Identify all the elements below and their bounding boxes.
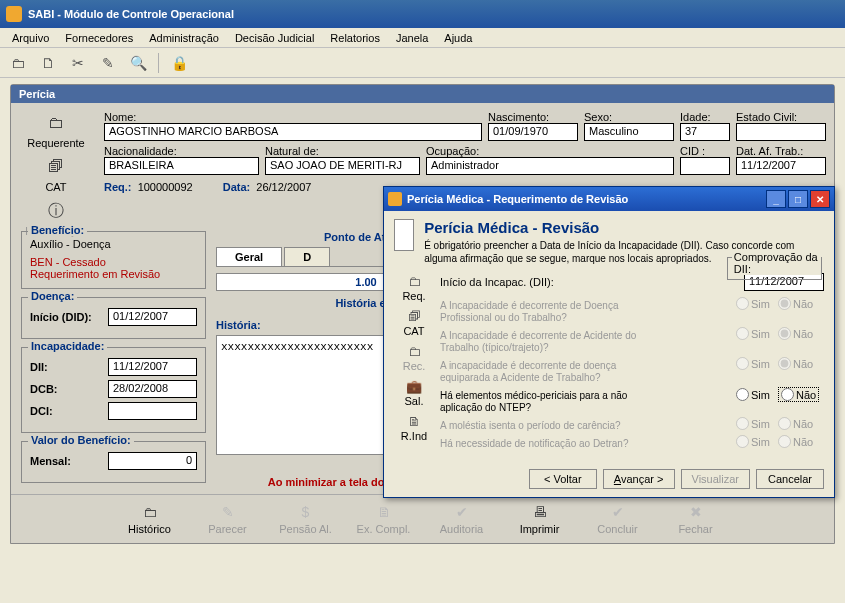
modal-heading: Perícia Médica - Revisão <box>424 219 824 236</box>
dci-field[interactable] <box>108 402 197 420</box>
menu-fornecedores[interactable]: Fornecedores <box>57 30 141 46</box>
maximize-button[interactable]: □ <box>788 190 808 208</box>
folder-icon: 🗀 <box>44 111 68 135</box>
app-icon <box>6 6 22 22</box>
ocupacao-field: Administrador <box>426 157 674 175</box>
menubar: Arquivo Fornecedores Administração Decis… <box>0 28 845 48</box>
toolbar: 🗀 🗋 ✂ ✎ 🔍 🔒 <box>0 48 845 78</box>
app-title: SABI - Módulo de Controle Operacional <box>28 8 234 20</box>
nome-field: AGOSTINHO MARCIO BARBOSA <box>104 123 482 141</box>
revisao-modal: Perícia Médica - Requerimento de Revisão… <box>383 186 835 498</box>
naturalde-field: SAO JOAO DE MERITI-RJ <box>265 157 420 175</box>
msb-cat[interactable]: 🗊CAT <box>394 308 434 337</box>
q2-sim: Sim <box>736 327 770 340</box>
dcb-field[interactable]: 28/02/2008 <box>108 380 197 398</box>
tool-cut-icon[interactable]: ✂ <box>68 53 88 73</box>
ft-imprimir[interactable]: 🖶Imprimir <box>511 503 569 535</box>
id-icon: ⓘ <box>44 199 68 223</box>
parecer-icon: ✎ <box>218 503 238 521</box>
mensal-field[interactable]: 0 <box>108 452 197 470</box>
menu-decisao[interactable]: Decisão Judicial <box>227 30 322 46</box>
menu-arquivo[interactable]: Arquivo <box>4 30 57 46</box>
q5-sim: Sim <box>736 417 770 430</box>
dii-field[interactable]: 11/12/2007 <box>108 358 197 376</box>
person-fields: Nome:AGOSTINHO MARCIO BARBOSA Nascimento… <box>104 111 826 175</box>
q4-nao[interactable]: Não <box>778 387 819 402</box>
sal-icon: 💼 <box>405 378 423 394</box>
ft-fechar: ✖Fechar <box>667 503 725 535</box>
tool-find-icon[interactable]: 🔍 <box>128 53 148 73</box>
req-date: 26/12/2007 <box>256 181 311 193</box>
ft-pensao: $Pensão Al. <box>277 503 335 535</box>
pensao-icon: $ <box>296 503 316 521</box>
modal-titlebar[interactable]: Perícia Médica - Requerimento de Revisão… <box>384 187 834 211</box>
menu-ajuda[interactable]: Ajuda <box>436 30 480 46</box>
msb-rec: 🗀Rec. <box>394 343 434 372</box>
q6-nao: Não <box>778 435 813 448</box>
sidebar-requerente[interactable]: 🗀 Requerente <box>21 111 91 149</box>
modal-header-icon <box>394 219 414 251</box>
incapacidade-box: Incapacidade: DII:11/12/2007 DCB:28/02/2… <box>21 347 206 433</box>
beneficio-status2: Requerimento em Revisão <box>30 268 197 280</box>
q3-nao: Não <box>778 357 813 370</box>
estadocivil-field <box>736 123 826 141</box>
voltar-button[interactable]: < Voltar <box>529 469 597 489</box>
menu-relatorios[interactable]: Relatorios <box>322 30 388 46</box>
tool-new-icon[interactable]: 🗋 <box>38 53 58 73</box>
avancar-button[interactable]: Avançar > <box>603 469 675 489</box>
doenca-box: Doença: Início (DID):01/12/2007 <box>21 297 206 339</box>
dataftrab-field: 11/12/2007 <box>736 157 826 175</box>
cancelar-button[interactable]: Cancelar <box>756 469 824 489</box>
beneficio-box: Benefício: Auxílio - Doença BEN - Cessad… <box>21 231 206 289</box>
tab-d[interactable]: D <box>284 247 330 266</box>
sidebar-cat[interactable]: 🗊 CAT <box>21 155 91 193</box>
q2-nao: Não <box>778 327 813 340</box>
q1-nao: Não <box>778 297 813 310</box>
tool-wand-icon[interactable]: ✎ <box>98 53 118 73</box>
rec-icon: 🗀 <box>405 343 423 359</box>
close-button[interactable]: ✕ <box>810 190 830 208</box>
msb-req[interactable]: 🗀Req. <box>394 273 434 302</box>
q4-sim[interactable]: Sim <box>736 388 770 401</box>
toolbar-sep <box>158 53 159 73</box>
auditoria-icon: ✔ <box>452 503 472 521</box>
beneficio-status1: BEN - Cessado <box>30 256 197 268</box>
cat-icon: 🗊 <box>405 308 423 324</box>
sexo-field: Masculino <box>584 123 674 141</box>
nacionalidade-field: BRASILEIRA <box>104 157 259 175</box>
idade-field: 37 <box>680 123 730 141</box>
pericia-header: Perícia <box>11 85 834 103</box>
q3-sim: Sim <box>736 357 770 370</box>
did-field[interactable]: 01/12/2007 <box>108 308 197 326</box>
concluir-icon: ✔ <box>608 503 628 521</box>
cid-field <box>680 157 730 175</box>
visualizar-button: Visualizar <box>681 469 751 489</box>
tab-geral[interactable]: Geral <box>216 247 282 266</box>
msb-sal[interactable]: 💼Sal. <box>394 378 434 407</box>
q6-sim: Sim <box>736 435 770 448</box>
historico-icon: 🗀 <box>140 503 160 521</box>
rind-icon: 🗎 <box>405 413 423 429</box>
footer-toolbar: 🗀Histórico ✎Parecer $Pensão Al. 🗎Ex. Com… <box>11 494 834 539</box>
nascimento-field: 01/09/1970 <box>488 123 578 141</box>
print-icon: 🖶 <box>530 503 550 521</box>
folder-icon: 🗀 <box>405 273 423 289</box>
fechar-icon: ✖ <box>686 503 706 521</box>
modal-sidebar: 🗀Req. 🗊CAT 🗀Rec. 💼Sal. 🗎R.Ind <box>394 273 434 489</box>
menu-janela[interactable]: Janela <box>388 30 436 46</box>
modal-icon <box>388 192 402 206</box>
tool-open-icon[interactable]: 🗀 <box>8 53 28 73</box>
ft-concluir: ✔Concluir <box>589 503 647 535</box>
q1-sim: Sim <box>736 297 770 310</box>
cat-icon: 🗊 <box>44 155 68 179</box>
menu-administracao[interactable]: Administração <box>141 30 227 46</box>
ft-auditoria: ✔Auditoria <box>433 503 491 535</box>
beneficio-tipo: Auxílio - Doença <box>30 238 197 250</box>
comprovacao-box: Comprovação da DII: Sim Não <box>727 257 822 280</box>
tool-lock-icon[interactable]: 🔒 <box>169 53 189 73</box>
excompl-icon: 🗎 <box>374 503 394 521</box>
minimize-button[interactable]: _ <box>766 190 786 208</box>
msb-rind[interactable]: 🗎R.Ind <box>394 413 434 442</box>
q5-nao: Não <box>778 417 813 430</box>
ft-historico[interactable]: 🗀Histórico <box>121 503 179 535</box>
